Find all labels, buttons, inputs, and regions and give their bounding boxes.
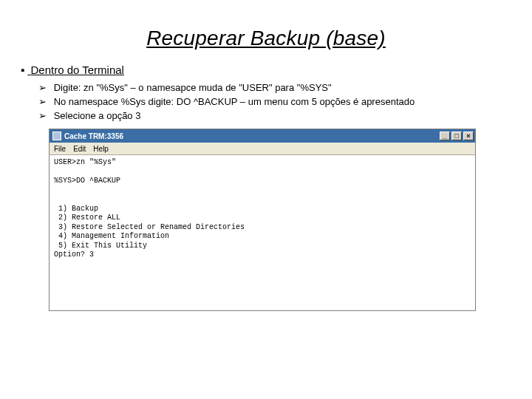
minimize-button[interactable]: _: [440, 132, 450, 140]
menu-bar: File Edit Help: [50, 143, 475, 155]
list-item: ➢ Selecione a opção 3: [38, 110, 511, 121]
close-button[interactable]: ×: [463, 132, 474, 140]
term-line: 5) Exit This Utility: [54, 242, 147, 250]
arrow-bullet-icon: ➢: [38, 110, 47, 121]
list-item: ➢ Digite: zn "%Sys" – o namesapce muda d…: [38, 82, 511, 93]
menu-file[interactable]: File: [54, 145, 66, 153]
arrow-bullet-icon: ➢: [38, 96, 47, 107]
menu-help[interactable]: Help: [93, 145, 109, 153]
section-heading-text: Dentro do Terminal: [31, 64, 124, 76]
list-item-text: Digite: zn "%Sys" – o namesapce muda de …: [54, 82, 332, 93]
term-line: 3) Restore Selected or Renamed Directori…: [54, 223, 245, 231]
section-heading: ▪ Dentro do Terminal: [21, 64, 511, 76]
list-item: ➢ No namespace %Sys digite: DO ^BACKUP –…: [38, 96, 511, 107]
app-icon: [52, 132, 61, 140]
maximize-button[interactable]: □: [451, 132, 462, 140]
window-title: Cache TRM:3356: [64, 132, 123, 140]
term-line: %SYS>DO ^BACKUP: [54, 177, 120, 185]
title-bar[interactable]: Cache TRM:3356 _ □ ×: [50, 129, 475, 143]
terminal-window: Cache TRM:3356 _ □ × File Edit Help USER…: [49, 129, 476, 311]
slide-title: Recuperar Backup (base): [21, 27, 511, 50]
arrow-bullet-icon: ➢: [38, 82, 47, 93]
term-line: 4) Management Information: [54, 232, 169, 240]
list-item-text: Selecione a opção 3: [54, 110, 141, 121]
terminal-output[interactable]: USER>zn "%Sys" %SYS>DO ^BACKUP 1) Backup…: [50, 155, 475, 310]
square-bullet-icon: ▪: [21, 64, 24, 76]
term-line: USER>zn "%Sys": [54, 158, 116, 166]
term-line: 2) Restore ALL: [54, 214, 120, 222]
list-item-text: No namespace %Sys digite: DO ^BACKUP – u…: [54, 96, 415, 107]
bullet-list: ➢ Digite: zn "%Sys" – o namesapce muda d…: [21, 82, 511, 121]
term-line: Option? 3: [54, 250, 94, 259]
term-line: 1) Backup: [54, 205, 98, 213]
window-controls: _ □ ×: [440, 132, 474, 140]
menu-edit[interactable]: Edit: [73, 145, 86, 153]
